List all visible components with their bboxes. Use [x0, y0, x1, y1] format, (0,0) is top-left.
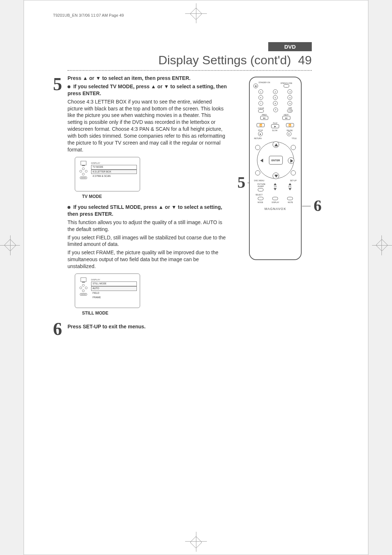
content-column: 5 Press ▲ or ▼ to select an item, then p…	[68, 75, 227, 332]
dpad-left-icon	[260, 159, 263, 162]
step5-tvmode-body: Choose 4:3 LETTER BOX if you want to see…	[68, 98, 227, 153]
step5-tvmode-bold: If you selected TV MODE, press ▲ or ▼ to…	[68, 84, 227, 96]
step5-stillmode-body1: This function allows you to adjust the q…	[68, 219, 227, 233]
step5-stillmode-bold: If you selected STILL MODE, press ▲ or ▼…	[68, 204, 222, 217]
osd-tvmode-menu: DISPLAY TV MODE 4:3 LETTER BOX 4:3 PAN &…	[91, 162, 137, 179]
callout-6: 6	[314, 197, 322, 215]
osd-nav-icons: ENTER	[78, 278, 89, 296]
ch-vol-controls: PICTURE /SLEEP CH VOL	[253, 183, 297, 192]
step5-stillmode-heading: If you selected STILL MODE, press ▲ or ▼…	[68, 204, 227, 218]
osd-row: 4:3 PAN & SCAN	[91, 174, 137, 179]
dpad-icon	[79, 167, 87, 175]
label-vol: VOL	[287, 186, 293, 188]
display-button	[272, 197, 278, 200]
label-title: TITLE	[291, 137, 297, 139]
step5-heading: Press ▲ or ▼ to select an item, then pre…	[68, 75, 227, 82]
vol-down-icon	[289, 188, 291, 190]
tv-icon	[81, 161, 86, 165]
enter-icon: ENTER	[80, 293, 87, 296]
setup-button	[291, 170, 296, 175]
tv-icon	[81, 278, 86, 282]
label-select: SELECT	[256, 194, 262, 196]
vol-up-icon	[289, 183, 291, 185]
osd-header: DISPLAY	[91, 278, 137, 281]
osd-row: TV MODE	[91, 165, 137, 170]
label-disc: DISC MENU	[254, 179, 264, 182]
dpad-icon	[79, 284, 87, 292]
return-button	[255, 145, 260, 150]
print-header-note: T9201UB_EN 3/7/06 11:07 AM Page 49	[53, 13, 124, 17]
dpad-down	[273, 173, 279, 179]
step5-stillmode-body3: If you select FRAME, the picture quality…	[68, 249, 227, 270]
osd-row: STILL MODE	[91, 281, 137, 286]
label-mute: MUTE	[288, 201, 293, 203]
osd-header: DISPLAY	[91, 162, 137, 165]
remote-brand: MAGNAVOX	[253, 207, 297, 211]
openclose-button	[283, 84, 289, 88]
dpad-right	[288, 157, 294, 164]
disc-menu-button	[255, 170, 260, 175]
picture-button	[258, 188, 264, 191]
numpad-0: 0	[273, 108, 278, 112]
rew-button: ⏪	[257, 123, 265, 127]
label-openclose: OPEN/CLOSE	[275, 82, 298, 84]
enter-icon: ENTER	[80, 177, 87, 179]
manual-page: T9201UB_EN 3/7/06 11:07 AM Page 49 DVD D…	[24, 0, 368, 555]
label-display: DISPLAY	[272, 201, 279, 203]
numpad-1: 1	[258, 89, 263, 94]
select-button	[258, 197, 264, 200]
label-mode: MODE	[258, 201, 263, 203]
standby-button: ⏻	[253, 84, 258, 88]
page-number: 49	[298, 53, 312, 67]
numpad-2: 2	[273, 89, 278, 94]
section-tag: DVD	[268, 42, 312, 51]
step-number-5: 5	[53, 72, 62, 97]
osd-stillmode: ENTER DISPLAY STILL MODE AUTO FIELD FRAM…	[75, 274, 140, 308]
osd-row: FRAME	[91, 295, 137, 300]
numpad-4: 4	[258, 95, 263, 100]
plus10-button: +10	[287, 109, 293, 113]
numpad-9: 9	[287, 101, 292, 106]
label-clear: CLEAR	[258, 107, 264, 109]
osd-caption: TV MODE	[82, 194, 227, 199]
label-slow: SLOW	[272, 129, 278, 131]
bullet-icon	[68, 206, 70, 209]
numpad-5: 5	[273, 95, 278, 100]
osd-stillmode-menu: DISPLAY STILL MODE AUTO FIELD FRAME	[91, 278, 137, 300]
label-pause: PAUSE	[287, 129, 293, 131]
bullet-icon	[68, 85, 70, 88]
label-stop: STOP	[258, 129, 263, 131]
ch-up-icon	[274, 183, 277, 185]
play-button: ▶	[271, 124, 279, 128]
callout-5: 5	[237, 173, 245, 192]
step-number-6: 6	[53, 317, 62, 341]
page-title: Display Settings (cont'd) 49	[158, 53, 312, 67]
step6-heading: Press SET-UP to exit the menus.	[68, 323, 227, 330]
remote-control: STANDBY-ON⏻ OPEN/CLOSE 123 456 789 CLEAR…	[249, 77, 302, 260]
next-button: ⏭	[282, 116, 290, 120]
osd-caption: STILL MODE	[82, 310, 227, 316]
pause-button: ⏸	[287, 131, 291, 136]
osd-row: FIELD	[91, 291, 137, 296]
crop-mark	[4, 239, 16, 251]
crop-mark	[376, 239, 388, 251]
numpad-3: 3	[287, 89, 292, 94]
label-return: RETURN	[254, 137, 262, 139]
label-plus100: +100	[287, 107, 293, 109]
step5-stillmode-body2: If you select FIELD, still images will b…	[68, 234, 227, 248]
numpad-8: 8	[273, 101, 278, 106]
osd-row-selected: AUTO	[91, 286, 137, 291]
enter-button: ENTER	[269, 156, 283, 165]
osd-tvmode: ENTER DISPLAY TV MODE 4:3 LETTER BOX 4:3…	[75, 157, 140, 191]
divider-dotted	[68, 70, 312, 71]
clear-button	[258, 109, 264, 113]
step5-tvmode-heading: If you selected TV MODE, press ▲ or ▼ to…	[68, 83, 227, 97]
step-5: 5 Press ▲ or ▼ to select an item, then p…	[68, 75, 227, 316]
title-text: Display Settings (cont'd)	[158, 53, 291, 67]
label-ch: CH	[272, 186, 278, 188]
dpad: ENTER	[257, 142, 294, 179]
ff-button: ⏩	[286, 123, 294, 127]
numpad-7: 7	[258, 101, 263, 106]
dpad-up	[273, 141, 279, 148]
crop-mark	[190, 8, 202, 20]
